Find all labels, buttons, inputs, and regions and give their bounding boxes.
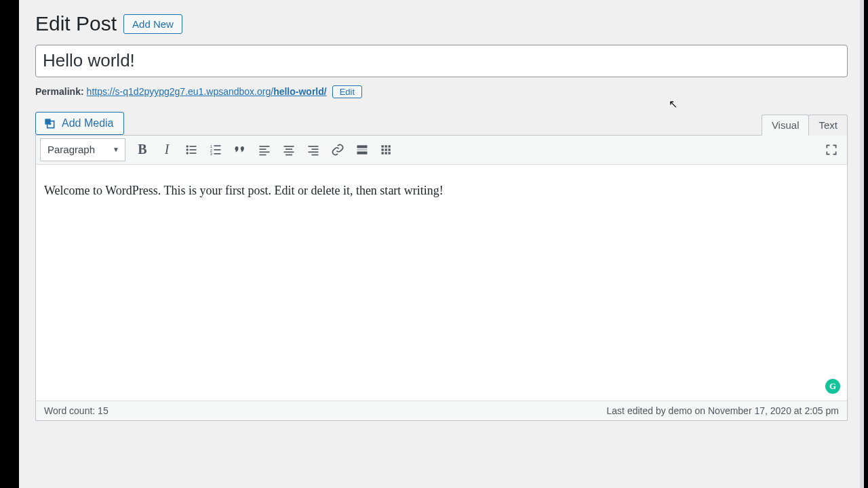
svg-rect-16: [260, 154, 267, 155]
permalink-link[interactable]: https://s-q1d2pyypg2g7.eu1.wpsandbox.org…: [87, 86, 327, 97]
svg-rect-15: [260, 151, 270, 152]
bold-icon: B: [138, 142, 146, 157]
svg-rect-19: [284, 151, 294, 152]
svg-rect-24: [312, 154, 319, 155]
svg-rect-35: [385, 152, 387, 154]
permalink-base: https://s-q1d2pyypg2g7.eu1.wpsandbox.org…: [87, 86, 274, 97]
svg-rect-14: [260, 148, 267, 150]
svg-rect-18: [285, 148, 292, 150]
svg-rect-4: [190, 146, 197, 147]
svg-rect-11: [214, 149, 221, 150]
scrollbar-track[interactable]: [860, 0, 864, 488]
permalink-row: Permalink: https://s-q1d2pyypg2g7.eu1.wp…: [35, 85, 848, 98]
svg-rect-33: [389, 148, 391, 150]
editor-content-area[interactable]: Welcome to WordPress. This is your first…: [36, 165, 847, 401]
grammarly-badge[interactable]: G: [825, 379, 840, 394]
link-icon: [331, 143, 344, 157]
align-center-icon: [282, 143, 296, 157]
toolbar-toggle-button[interactable]: [375, 138, 398, 161]
fullscreen-button[interactable]: [820, 138, 843, 161]
tab-text[interactable]: Text: [808, 115, 848, 136]
svg-rect-17: [284, 146, 294, 147]
post-title-input[interactable]: [35, 45, 848, 77]
link-button[interactable]: [326, 138, 349, 161]
svg-rect-21: [309, 146, 319, 147]
svg-rect-13: [260, 146, 270, 147]
editor-box: Paragraph ▼ B I 123: [35, 135, 848, 421]
add-media-label: Add Media: [62, 117, 114, 129]
read-more-button[interactable]: [351, 138, 374, 161]
svg-rect-30: [389, 145, 391, 147]
format-select-label: Paragraph: [47, 144, 95, 155]
svg-rect-31: [382, 148, 384, 150]
svg-point-3: [186, 152, 189, 154]
toolbar-toggle-icon: [380, 143, 393, 157]
last-edited: Last edited by demo on November 17, 2020…: [607, 405, 839, 416]
editor-toolbar: Paragraph ▼ B I 123: [36, 136, 847, 165]
bold-button[interactable]: B: [131, 138, 154, 161]
permalink-edit-button[interactable]: Edit: [332, 85, 362, 98]
svg-rect-32: [385, 148, 387, 150]
svg-rect-34: [382, 152, 384, 154]
editor-tabs: Visual Text: [762, 114, 848, 135]
svg-rect-27: [357, 151, 368, 154]
blockquote-button[interactable]: [229, 138, 252, 161]
svg-rect-5: [190, 149, 197, 150]
permalink-slug: hello-world/: [273, 86, 327, 97]
italic-button[interactable]: I: [155, 138, 178, 161]
italic-icon: I: [165, 142, 170, 157]
grammarly-icon: G: [829, 381, 836, 392]
svg-point-2: [186, 148, 189, 150]
svg-rect-6: [190, 152, 197, 154]
align-right-button[interactable]: [302, 138, 325, 161]
format-select[interactable]: Paragraph ▼: [40, 138, 125, 161]
tab-visual[interactable]: Visual: [762, 115, 810, 136]
svg-rect-25: [357, 145, 368, 148]
svg-rect-28: [382, 145, 384, 147]
svg-rect-22: [312, 148, 319, 150]
post-body-text: Welcome to WordPress. This is your first…: [44, 184, 839, 198]
read-more-icon: [355, 143, 369, 157]
svg-point-0: [49, 123, 51, 125]
add-media-button[interactable]: Add Media: [35, 112, 124, 135]
svg-rect-36: [389, 152, 391, 154]
media-icon: [43, 117, 56, 130]
bullet-list-icon: [184, 143, 198, 157]
word-count: Word count: 15: [44, 405, 108, 416]
svg-rect-29: [385, 145, 387, 147]
svg-rect-10: [214, 145, 221, 146]
quote-icon: [233, 143, 247, 157]
svg-rect-12: [214, 153, 221, 155]
svg-rect-20: [285, 154, 292, 155]
svg-rect-23: [309, 151, 319, 152]
chevron-down-icon: ▼: [113, 146, 119, 153]
numbered-list-button[interactable]: 123: [204, 138, 227, 161]
editor-statusbar: Word count: 15 Last edited by demo on No…: [36, 401, 847, 420]
svg-text:3: 3: [210, 152, 212, 156]
add-new-button[interactable]: Add New: [123, 14, 182, 34]
align-left-button[interactable]: [253, 138, 276, 161]
align-right-icon: [307, 143, 320, 157]
bullet-list-button[interactable]: [180, 138, 203, 161]
permalink-label: Permalink:: [35, 86, 84, 97]
fullscreen-icon: [825, 143, 838, 157]
page-title: Edit Post: [35, 12, 117, 35]
numbered-list-icon: 123: [209, 143, 222, 157]
page-heading-row: Edit Post Add New: [35, 7, 848, 35]
svg-point-1: [186, 145, 189, 147]
svg-rect-26: [357, 149, 368, 150]
align-center-button[interactable]: [277, 138, 300, 161]
align-left-icon: [258, 143, 271, 157]
